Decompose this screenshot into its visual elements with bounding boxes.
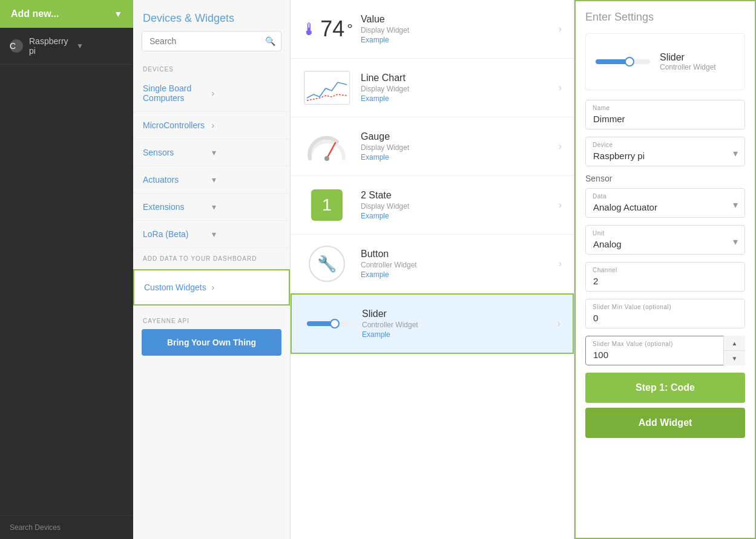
widget-item-gauge[interactable]: Gauge Display Widget Example › — [291, 117, 574, 176]
spinner-up-button[interactable]: ▲ — [724, 336, 745, 351]
sidebar: Add new... ▼ C Raspberry pi ▼ Search Dev… — [0, 0, 133, 539]
bring-own-thing-button[interactable]: Bring Your Own Thing — [142, 329, 281, 356]
arrow-right-icon: › — [557, 318, 560, 329]
twostate-widget-icon: 1 — [303, 186, 351, 224]
sensor-label: Sensor — [585, 174, 745, 183]
device-field-label: Device — [593, 142, 613, 148]
widget-type: Display Widget — [361, 85, 559, 93]
arrow-right-icon: › — [559, 141, 562, 152]
widget-info-value: Value Display Widget Example — [361, 14, 559, 44]
arrow-right-icon: › — [212, 283, 280, 292]
channel-field-label: Channel — [593, 267, 617, 273]
sidebar-item-lora[interactable]: LoRa (Beta) ▾ — [133, 221, 290, 248]
data-field-label: Data — [593, 193, 606, 200]
sidebar-item-sensors[interactable]: Sensors ▾ — [133, 139, 290, 166]
arrow-right-icon: › — [559, 258, 562, 269]
unit-field-label: Unit — [593, 230, 605, 237]
slider-max-label: Slider Max Value (optional) — [593, 341, 673, 347]
value-widget-icon: 🌡 74° — [303, 10, 351, 48]
nav-item-label: LoRa (Beta) — [143, 229, 212, 239]
chevron-down-icon: ▼ — [114, 9, 122, 19]
custom-widgets-label: Custom Widgets — [144, 283, 212, 292]
widget-item-value[interactable]: 🌡 74° Value Display Widget Example › — [291, 0, 574, 59]
sidebar-item-extensions[interactable]: Extensions ▾ — [133, 194, 290, 221]
device-item[interactable]: C Raspberry pi ▼ — [0, 28, 133, 65]
nav-item-label: Single Board Computers — [143, 83, 212, 103]
widget-title: 2 State — [361, 190, 559, 201]
unit-field-group: Unit Analog ▾ — [585, 225, 745, 255]
sidebar-item-custom-widgets[interactable]: Custom Widgets › — [133, 269, 290, 305]
widget-info-button: Button Controller Widget Example — [361, 249, 559, 279]
search-input[interactable] — [142, 31, 281, 51]
widget-title: Gauge — [361, 131, 559, 142]
chevron-down-icon: ▾ — [212, 175, 281, 185]
device-name: Raspberry pi — [29, 36, 76, 56]
widget-example: Example — [361, 36, 559, 44]
unit-select[interactable]: Analog — [585, 225, 745, 255]
widget-example: Example — [361, 153, 559, 162]
thermometer-icon: 🌡 — [301, 19, 318, 39]
widget-item-linechart[interactable]: Line Chart Display Widget Example › — [291, 59, 574, 117]
slider-max-field-group: Slider Max Value (optional) ▲ ▼ — [585, 336, 745, 365]
settings-widget-name: Slider — [660, 52, 716, 63]
slider-min-field-group: Slider Min Value (optional) — [585, 299, 745, 328]
state-number-icon: 1 — [311, 189, 343, 221]
settings-widget-preview: Slider Controller Widget — [585, 33, 745, 90]
widget-example: Example — [362, 330, 557, 339]
widget-example: Example — [361, 94, 559, 103]
add-new-button[interactable]: Add new... ▼ — [0, 0, 133, 28]
cayenne-api-label: CAYENNE API — [133, 310, 290, 329]
settings-panel: Enter Settings Slider Controller Widget … — [574, 0, 756, 539]
sidebar-item-single-board[interactable]: Single Board Computers › — [133, 75, 290, 112]
svg-point-2 — [324, 156, 329, 161]
arrow-right-icon: › — [559, 82, 562, 93]
search-box: 🔍 — [142, 31, 281, 51]
widget-item-twostate[interactable]: 1 2 State Display Widget Example › — [291, 176, 574, 235]
spinner-down-button[interactable]: ▼ — [724, 351, 745, 365]
device-icon: C — [10, 39, 23, 53]
slider-min-label: Slider Min Value (optional) — [593, 304, 671, 310]
widget-item-slider[interactable]: Slider Controller Widget Example › — [291, 293, 574, 354]
settings-widget-type: Controller Widget — [660, 63, 716, 71]
add-new-label: Add new... — [11, 8, 59, 19]
widget-type: Display Widget — [361, 26, 559, 34]
sidebar-item-actuators[interactable]: Actuators ▾ — [133, 166, 290, 194]
widget-title: Button — [361, 249, 559, 260]
chevron-down-icon: ▾ — [212, 202, 281, 212]
settings-slider-icon — [596, 44, 650, 80]
svg-line-1 — [327, 143, 335, 158]
arrow-right-icon: › — [212, 88, 281, 98]
devices-widgets-header: Devices & Widgets — [133, 0, 290, 31]
widget-title: Value — [361, 14, 559, 25]
devices-section-label: DEVICES — [133, 61, 290, 75]
widget-type: Display Widget — [361, 202, 559, 211]
nav-item-label: MicroControllers — [143, 120, 212, 130]
widget-example: Example — [361, 270, 559, 279]
settings-header: Enter Settings — [585, 11, 745, 24]
add-widget-button[interactable]: Add Widget — [585, 408, 745, 438]
middle-panel: Devices & Widgets 🔍 DEVICES Single Board… — [133, 0, 291, 539]
sidebar-item-microcontrollers[interactable]: MicroControllers › — [133, 112, 290, 139]
button-circle-icon: 🔧 — [309, 246, 345, 282]
name-field-label: Name — [593, 105, 610, 111]
widget-type: Controller Widget — [361, 261, 559, 269]
widget-info-twostate: 2 State Display Widget Example — [361, 190, 559, 220]
data-select[interactable]: Analog Actuator — [585, 188, 745, 218]
spinner-buttons: ▲ ▼ — [723, 336, 745, 365]
widget-title: Line Chart — [361, 73, 559, 83]
data-field-group: Data Analog Actuator ▾ — [585, 188, 745, 218]
nav-item-label: Actuators — [143, 175, 212, 185]
nav-item-label: Sensors — [143, 148, 212, 157]
step1-code-button[interactable]: Step 1: Code — [585, 373, 745, 403]
widget-type: Display Widget — [361, 143, 559, 152]
widget-info-slider: Slider Controller Widget Example — [362, 309, 557, 339]
chevron-down-icon: ▾ — [212, 229, 281, 239]
widget-info-linechart: Line Chart Display Widget Example — [361, 73, 559, 103]
slider-widget-icon — [304, 304, 352, 343]
button-widget-icon: 🔧 — [303, 244, 351, 283]
widget-item-button[interactable]: 🔧 Button Controller Widget Example › — [291, 235, 574, 293]
add-data-section-label: ADD DATA TO YOUR DASHBOARD — [133, 248, 290, 264]
nav-item-label: Extensions — [143, 202, 212, 212]
widget-example: Example — [361, 212, 559, 220]
widget-info-gauge: Gauge Display Widget Example — [361, 131, 559, 162]
